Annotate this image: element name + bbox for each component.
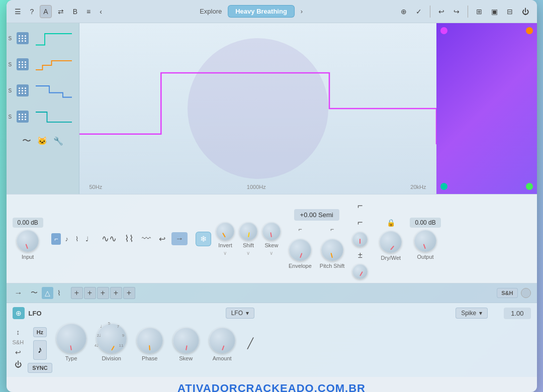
mod-wave-tri-btn[interactable]: △ <box>42 287 53 299</box>
xy-dot-orange[interactable] <box>526 27 533 34</box>
curve-r2-btn[interactable]: ⌐ <box>355 215 365 230</box>
pitch-shift-knob[interactable] <box>321 239 343 261</box>
xy-dot-teal[interactable] <box>440 183 447 190</box>
separator2 <box>468 6 468 18</box>
lfo-amount-knob[interactable] <box>209 327 235 353</box>
drywet-knob[interactable] <box>380 231 402 253</box>
mod-wave-saw-btn[interactable]: ⌇ <box>54 287 64 299</box>
crosshair-button[interactable]: ⊕ <box>398 6 410 18</box>
wave-icon-btn[interactable]: 〜 <box>20 133 33 149</box>
invert-chevron[interactable]: ∨ <box>223 250 227 256</box>
lfo-skew-knob[interactable] <box>173 327 199 353</box>
mod-plus-btns: + + + + + <box>71 287 135 299</box>
lfo-sah-label: S&H <box>13 339 24 345</box>
filter-type-arp-btn[interactable]: ⌇ <box>72 233 81 245</box>
mod-grid-btn-2[interactable] <box>17 58 29 70</box>
sync-button[interactable]: SYNC <box>28 363 52 373</box>
skew-knob[interactable] <box>262 222 281 240</box>
hz-button[interactable]: Hz <box>33 327 47 337</box>
mod-wave-sine-btn[interactable]: 〜 <box>28 287 41 299</box>
lfo-type-knob[interactable] <box>56 323 86 353</box>
mod-grid-btn-3[interactable] <box>17 84 29 96</box>
help-button[interactable]: ? <box>27 6 37 18</box>
lfo-power-btn[interactable]: ⏻ <box>14 359 23 369</box>
menu-button[interactable]: ☰ <box>12 6 24 18</box>
lfo-updown-btn[interactable]: ↕ <box>15 327 21 337</box>
filter-type-note2-btn[interactable]: ♩ <box>82 233 92 245</box>
shift-chevron[interactable]: ∨ <box>246 250 250 256</box>
curve-knob[interactable] <box>352 232 368 247</box>
lock-btn[interactable]: 🔒 <box>385 217 397 229</box>
chevron-left-button[interactable]: ‹ <box>97 6 105 18</box>
filter-type-step-btn[interactable]: ⌐ <box>51 233 61 245</box>
mod-grid-btn-1[interactable] <box>17 32 29 44</box>
envelope-label: Envelope <box>289 263 312 269</box>
redo-button[interactable]: ↪ <box>450 6 463 18</box>
curve-r-btn[interactable]: ⌐ <box>355 199 365 213</box>
lfo-phase-knob[interactable] <box>137 327 163 353</box>
env-curve-btn[interactable]: ⌐ <box>296 224 304 235</box>
shift-knob[interactable] <box>239 222 257 240</box>
lfo-undo-btn[interactable]: ↩ <box>14 347 22 357</box>
lfo-type-dropdown[interactable]: LFO ▾ <box>226 308 254 319</box>
drywet-section: 🔒 Dry/Wet <box>380 217 402 261</box>
lfo-knob-section: Type 5 7 9 11 4♩ 2♩ ♩ <box>56 323 255 361</box>
undo-button[interactable]: ↩ <box>435 6 447 18</box>
cat-icon-btn[interactable]: 🐱 <box>35 133 49 149</box>
output-knob[interactable] <box>414 230 436 252</box>
mod-plus-btn-4[interactable]: + <box>110 287 122 299</box>
pitch-curve-btn[interactable]: ⌐ <box>328 224 336 235</box>
check-button[interactable]: ✓ <box>413 6 425 18</box>
arrows-button[interactable]: ⇄ <box>55 6 67 18</box>
wave-complex-btn[interactable]: 〰 <box>140 232 153 246</box>
filter-type-note-btn[interactable]: ♪ <box>62 233 71 245</box>
grid-dots-3 <box>19 87 27 94</box>
sah-section: S&H <box>497 288 530 298</box>
undo-filter-btn[interactable]: ↩ <box>157 232 167 246</box>
knobs-section: ❄ Invert ∨ Shift ∨ <box>196 222 281 256</box>
lane-label-4: S <box>9 114 15 120</box>
chevron-right-button[interactable]: › <box>297 6 307 17</box>
snowflake-btn[interactable]: ❄ <box>196 232 211 246</box>
lfo-division-knob[interactable]: 5 7 9 11 4♩ 2♩ ♩ <box>97 323 127 353</box>
arrow-right-btn[interactable]: → <box>171 232 188 245</box>
mod-plus-btn-1[interactable]: + <box>71 287 83 299</box>
plusminus-knob[interactable] <box>352 264 368 279</box>
layout-button[interactable]: ⊟ <box>504 6 516 18</box>
preset-name-display[interactable]: Heavy Breathing <box>228 5 295 18</box>
preset-b-button[interactable]: B <box>70 6 80 18</box>
output-db-display: 0.00 dB <box>410 218 440 228</box>
svg-text:2♩: 2♩ <box>97 333 101 338</box>
mod-plus-btn-3[interactable]: + <box>97 287 109 299</box>
grid-button[interactable]: ⊞ <box>473 6 485 18</box>
xy-dot-green[interactable] <box>526 183 533 190</box>
power-button[interactable]: ⏻ <box>519 6 532 18</box>
lfo-phase-knob-group: Phase <box>137 327 163 361</box>
preset-a-button[interactable]: A <box>40 5 51 18</box>
align-button[interactable]: ≡ <box>83 6 94 18</box>
xy-dot-purple[interactable] <box>440 27 447 34</box>
invert-knob[interactable] <box>216 222 234 240</box>
xy-pad[interactable] <box>436 23 537 194</box>
lfo-spike-dropdown[interactable]: Spike ▾ <box>456 308 488 319</box>
tool-icon-btn[interactable]: 🔧 <box>51 133 65 149</box>
mod-grid-btn-4[interactable] <box>17 111 29 123</box>
skew-chevron[interactable]: ∨ <box>269 250 273 256</box>
plusminus-btn[interactable]: ± <box>356 249 365 262</box>
mod-shape-1 <box>31 29 77 47</box>
svg-text:7: 7 <box>117 324 119 329</box>
spike-chevron: ▾ <box>479 310 482 317</box>
mod-plus-btn-2[interactable]: + <box>84 287 96 299</box>
output-section: 0.00 dB Output <box>410 218 440 260</box>
explore-button[interactable]: Explore <box>196 6 226 17</box>
sah-circle[interactable] <box>521 288 531 298</box>
mod-plus-btn-5[interactable]: + <box>123 287 135 299</box>
envelope-knob[interactable] <box>289 239 311 261</box>
wave-sharp-btn[interactable]: ⌇⌇ <box>123 231 136 246</box>
sah-button[interactable]: S&H <box>497 288 517 298</box>
save-button[interactable]: ▣ <box>488 6 501 18</box>
wave-sine-btn[interactable]: ∿∿ <box>100 231 119 246</box>
slant-btn[interactable]: ╱ <box>245 335 255 351</box>
arrow-right-mod-btn[interactable]: → <box>13 286 25 300</box>
input-knob[interactable] <box>17 230 39 252</box>
